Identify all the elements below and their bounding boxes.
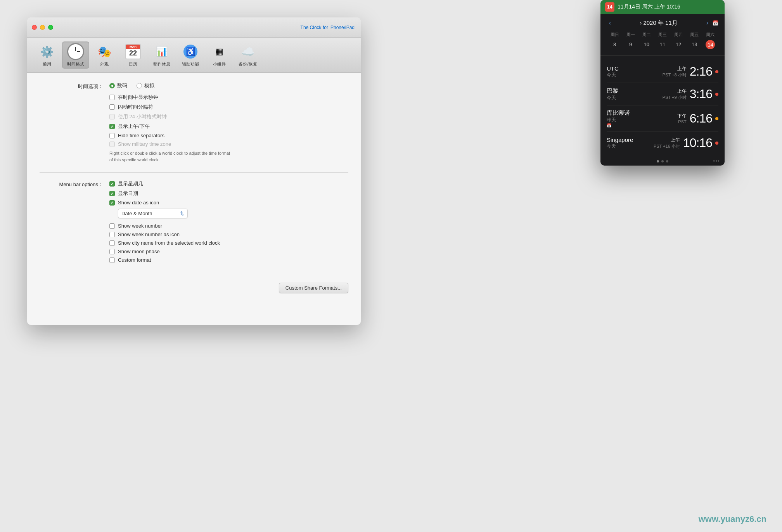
blink-separator-row[interactable]: 闪动时间分隔符 (109, 104, 348, 111)
kiribati-city: 库比蒂诺 昨天 📅 (607, 109, 630, 128)
calendar-next-btn[interactable]: › (704, 19, 711, 27)
week-number-row[interactable]: Show week number (109, 223, 348, 229)
show-date-row[interactable]: 显示日期 (109, 190, 348, 197)
title-bar: The Clock for iPhone/iPad (27, 17, 361, 38)
utc-city: UTC 今天 (607, 65, 619, 78)
moon-phase-row[interactable]: Show moon phase (109, 249, 348, 254)
paris-status-dot (715, 93, 718, 96)
show-date-checkbox[interactable] (109, 191, 115, 196)
24hour-checkbox[interactable] (109, 114, 115, 119)
cal-cell-14-today[interactable]: 14 (706, 40, 715, 49)
time-options-content: 数码 模拟 在时间中显示秒钟 闪动时间分隔符 (109, 82, 348, 163)
toolbar-item-accessibility[interactable]: ♿ 辅助功能 (177, 41, 204, 69)
show-as-icon-row[interactable]: Show date as icon (109, 200, 348, 206)
app-store-link[interactable]: The Clock for iPhone/iPad (301, 25, 355, 30)
section-divider (40, 172, 348, 173)
toolbar-item-backup[interactable]: ☁️ 备份/恢复 (234, 41, 261, 69)
menu-bar-label: Menu bar options： (40, 180, 109, 188)
show-weekday-checkbox[interactable] (109, 181, 115, 187)
show-ampm-checkbox[interactable] (109, 124, 115, 129)
cal-cell-9[interactable]: 9 (623, 40, 638, 49)
hide-separators-row[interactable]: Hide time separators (109, 133, 348, 138)
singapore-time-section: 上午 PST +16 小时 10:16 (654, 136, 718, 150)
digital-radio-btn[interactable] (109, 83, 115, 88)
more-dots-icon: ••• (713, 158, 720, 164)
moon-phase-checkbox[interactable] (109, 249, 115, 254)
time-options-label: 时间选项： (40, 82, 109, 90)
digital-radio-option[interactable]: 数码 (109, 82, 127, 89)
show-seconds-label: 在时间中显示秒钟 (118, 94, 158, 101)
custom-format-label: Custom format (118, 257, 151, 263)
show-ampm-row[interactable]: 显示上午/下午 (109, 123, 348, 130)
menu-bar-row: Menu bar options： 显示星期几 显示日期 Show date a… (40, 180, 348, 266)
cal-header-sun: 周日 (607, 31, 623, 38)
toolbar-item-calendar[interactable]: MAR 22 日历 (119, 41, 147, 69)
cal-cell-10[interactable]: 10 (638, 40, 654, 49)
cal-cell-11[interactable]: 11 (654, 40, 670, 49)
toolbar-item-time-format[interactable]: 时间格式 (62, 41, 89, 69)
singapore-offset: PST +16 小时 (654, 143, 680, 149)
cal-cell-8[interactable]: 8 (607, 40, 623, 49)
toolbar-label-accessibility: 辅助功能 (182, 61, 199, 67)
singapore-city-name: Singapore (607, 136, 633, 143)
widget-divider (600, 55, 725, 56)
custom-share-button[interactable]: Custom Share Formats... (279, 283, 348, 293)
toolbar-item-widget[interactable]: ▦ 小组件 (206, 41, 233, 69)
show-seconds-checkbox[interactable] (109, 95, 115, 100)
military-zone-checkbox[interactable] (109, 142, 115, 147)
custom-format-checkbox[interactable] (109, 257, 115, 263)
maximize-button[interactable] (48, 25, 53, 30)
show-seconds-row[interactable]: 在时间中显示秒钟 (109, 94, 348, 101)
toolbar-label-rest: 稍作休息 (153, 61, 170, 67)
show-weekday-row[interactable]: 显示星期几 (109, 180, 348, 187)
clock-entry-kiribati: 库比蒂诺 昨天 📅 下午 PST 6:16 (607, 105, 718, 132)
week-icon-checkbox[interactable] (109, 232, 115, 237)
calendar-header-row: 周日 周一 周二 周三 周四 周五 周六 (607, 31, 718, 38)
date-format-dropdown[interactable]: Date & Month ⇅ (118, 209, 188, 218)
cal-header-fri: 周五 (687, 31, 702, 38)
show-as-icon-checkbox[interactable] (109, 200, 115, 206)
city-name-row[interactable]: Show city name from the selected world c… (109, 240, 348, 246)
paris-period: 上午 (677, 88, 687, 95)
calendar-prev-btn[interactable]: ‹ (607, 19, 613, 27)
minimize-button[interactable] (40, 25, 45, 30)
week-icon-label: Show week number as icon (118, 231, 180, 237)
cal-header-wed: 周三 (654, 31, 670, 38)
24hour-row[interactable]: 使用 24 小时格式时钟 (109, 113, 348, 120)
calendar-section: ‹ › 2020 年 11月 › 📅 周日 周一 周二 周三 周四 周五 周六 … (600, 14, 725, 54)
clock-entry-utc: UTC 今天 上午 PST +8 小时 2:16 (607, 60, 718, 83)
hide-separators-checkbox[interactable] (109, 133, 115, 138)
digital-analog-group: 数码 模拟 (109, 82, 348, 89)
analog-radio-option[interactable]: 模拟 (137, 82, 154, 89)
dropdown-container: Date & Month ⇅ (118, 209, 348, 218)
paris-city-sub: 今天 (607, 95, 618, 101)
paris-city: 巴黎 今天 (607, 87, 618, 101)
utc-time: 2:16 (690, 64, 712, 79)
cal-cell-12[interactable]: 12 (671, 40, 687, 49)
cal-header-mon: 周一 (623, 31, 638, 38)
show-as-icon-label: Show date as icon (118, 200, 159, 206)
week-icon-row[interactable]: Show week number as icon (109, 231, 348, 237)
week-number-checkbox[interactable] (109, 223, 115, 229)
analog-radio-btn[interactable] (137, 83, 142, 88)
footer-dot-2 (661, 160, 664, 162)
theatre-icon: 🎭 (96, 43, 113, 60)
calendar-icon-btn[interactable]: 📅 (712, 20, 718, 26)
utc-time-section: 上午 PST +8 小时 2:16 (663, 64, 718, 79)
cal-cell-13[interactable]: 13 (687, 40, 702, 49)
chevron-updown-icon: ⇅ (180, 211, 184, 216)
custom-format-row[interactable]: Custom format (109, 257, 348, 263)
widget-date-text: 11月14日 周六 上午 10:16 (618, 3, 680, 10)
city-name-checkbox[interactable] (109, 240, 115, 246)
close-button[interactable] (32, 25, 37, 30)
military-zone-row[interactable]: Show military time zone (109, 141, 348, 147)
blink-separator-checkbox[interactable] (109, 104, 115, 110)
utc-period: 上午 (677, 66, 687, 72)
show-date-label: 显示日期 (118, 190, 138, 197)
time-options-section: 时间选项： 数码 模拟 (40, 82, 348, 163)
toolbar-item-general[interactable]: ⚙️ 通用 (33, 41, 61, 69)
widget-header: 14 11月14日 周六 上午 10:16 (600, 0, 725, 14)
toolbar-item-appearance[interactable]: 🎭 外观 (91, 41, 118, 69)
utc-city-name: UTC (607, 65, 619, 72)
toolbar-item-rest[interactable]: 📊 稍作休息 (148, 41, 175, 69)
